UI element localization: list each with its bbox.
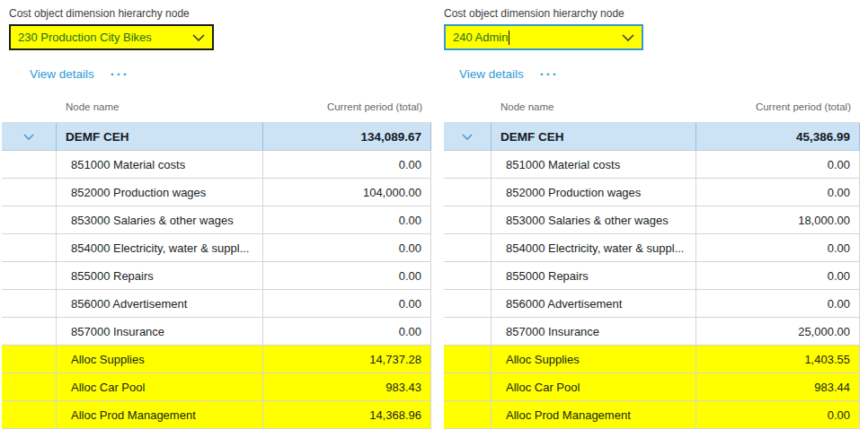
node-name-cell: Alloc Car Pool <box>492 373 696 400</box>
column-header-current-period[interactable]: Current period (total) <box>327 101 422 112</box>
row-marker-cell <box>444 262 492 289</box>
period-value-cell: 0.00 <box>263 318 431 345</box>
period-value-cell: 0.00 <box>696 179 860 206</box>
row-marker-cell <box>2 373 57 400</box>
actions-bar: View details ··· <box>459 66 559 82</box>
period-value-cell: 104,000.00 <box>263 179 431 206</box>
view-details-link[interactable]: View details <box>30 67 94 81</box>
node-name-cell: 851000 Material costs <box>57 151 263 178</box>
table-row[interactable]: 856000 Advertisement 0.00 <box>2 290 431 318</box>
row-marker-cell <box>2 179 57 206</box>
row-marker-cell <box>444 290 492 317</box>
node-name-cell: 852000 Production wages <box>57 179 263 206</box>
node-name-cell: 854000 Electricity, water & suppl... <box>57 234 263 261</box>
actions-bar: View details ··· <box>30 66 129 82</box>
table-row[interactable]: Alloc Supplies 14,737.28 <box>2 346 431 373</box>
period-value-cell: 0.00 <box>263 206 431 233</box>
period-value-cell: 983.43 <box>263 373 431 400</box>
collapse-chevron-icon[interactable] <box>23 134 34 140</box>
column-header-current-period[interactable]: Current period (total) <box>756 101 851 112</box>
node-name-cell: 857000 Insurance <box>492 318 696 345</box>
chevron-down-icon[interactable] <box>622 34 634 41</box>
node-name-cell: 854000 Electricity, water & suppl... <box>492 234 696 261</box>
period-value-cell: 983.44 <box>696 373 860 400</box>
period-value-cell: 0.00 <box>696 262 860 289</box>
combobox-value: 240 Admin <box>453 31 508 44</box>
column-header-node-name[interactable]: Node name <box>500 101 554 112</box>
row-marker-cell <box>444 373 492 400</box>
table-row[interactable]: 854000 Electricity, water & suppl... 0.0… <box>444 234 860 262</box>
period-value-cell: 1,403.55 <box>696 346 860 372</box>
node-name-cell: 857000 Insurance <box>57 318 263 345</box>
table-row[interactable]: 857000 Insurance 25,000.00 <box>444 318 860 346</box>
table-row[interactable]: Alloc Prod Management 0.00 <box>444 401 860 429</box>
table-row[interactable]: Alloc Car Pool 983.44 <box>444 373 860 401</box>
period-value-cell: 45,386.99 <box>696 123 860 150</box>
table-row[interactable]: 851000 Material costs 0.00 <box>2 151 431 179</box>
table-row[interactable]: Alloc Car Pool 983.43 <box>2 373 431 401</box>
view-details-link[interactable]: View details <box>459 67 524 81</box>
grid-column-headers: Node name Current period (total) <box>444 101 860 119</box>
node-name-cell: DEMF CEH <box>492 123 696 150</box>
period-value-cell: 134,089.67 <box>263 123 431 150</box>
period-value-cell: 0.00 <box>263 151 431 178</box>
row-marker-cell <box>2 206 57 233</box>
node-name-cell: 853000 Salaries & other wages <box>57 206 263 233</box>
period-value-cell: 0.00 <box>696 234 860 261</box>
period-value-cell: 14,368.96 <box>263 401 431 428</box>
row-marker-cell <box>2 234 57 261</box>
column-header-node-name[interactable]: Node name <box>66 101 119 112</box>
period-value-cell: 0.00 <box>263 234 431 261</box>
chevron-down-icon[interactable] <box>192 34 205 41</box>
table-row[interactable]: DEMF CEH 45,386.99 <box>444 123 860 151</box>
table-row[interactable]: 857000 Insurance 0.00 <box>2 318 431 346</box>
more-options-icon[interactable]: ··· <box>540 67 559 81</box>
node-name-cell: 852000 Production wages <box>492 179 696 206</box>
period-value-cell: 0.00 <box>696 290 860 317</box>
grid-column-headers: Node name Current period (total) <box>2 101 431 119</box>
node-name-cell: DEMF CEH <box>57 123 263 150</box>
row-marker-cell <box>444 179 492 206</box>
row-marker-cell <box>444 346 492 372</box>
row-marker-cell <box>2 318 57 345</box>
period-value-cell: 0.00 <box>696 151 860 178</box>
hierarchy-node-combobox[interactable]: 240 Admin <box>444 24 643 50</box>
node-name-cell: Alloc Supplies <box>492 346 696 372</box>
cost-panel-left: Cost object dimension hierarchy node 230… <box>2 0 431 438</box>
row-marker-cell <box>444 401 492 428</box>
text-cursor <box>509 31 509 45</box>
table-row[interactable]: 852000 Production wages 0.00 <box>444 179 860 206</box>
table-row[interactable]: 854000 Electricity, water & suppl... 0.0… <box>2 234 431 262</box>
node-name-cell: 851000 Material costs <box>492 151 696 178</box>
table-row[interactable]: Alloc Supplies 1,403.55 <box>444 346 860 373</box>
row-marker-cell <box>444 123 492 150</box>
hierarchy-grid: DEMF CEH 45,386.99 851000 Material costs… <box>444 122 860 429</box>
table-row[interactable]: DEMF CEH 134,089.67 <box>2 123 431 151</box>
row-marker-cell <box>444 206 492 233</box>
row-marker-cell <box>444 318 492 345</box>
row-marker-cell <box>2 290 57 317</box>
combobox-value: 230 Production City Bikes <box>18 31 152 44</box>
hierarchy-node-combobox[interactable]: 230 Production City Bikes <box>9 24 214 50</box>
table-row[interactable]: Alloc Prod Management 14,368.96 <box>2 401 431 429</box>
node-name-cell: Alloc Prod Management <box>492 401 696 428</box>
node-name-cell: Alloc Supplies <box>57 346 263 372</box>
field-label: Cost object dimension hierarchy node <box>9 7 190 20</box>
row-marker-cell <box>444 151 492 178</box>
period-value-cell: 25,000.00 <box>696 318 860 345</box>
row-marker-cell <box>2 346 57 372</box>
period-value-cell: 18,000.00 <box>696 206 860 233</box>
node-name-cell: 855000 Repairs <box>492 262 696 289</box>
table-row[interactable]: 851000 Material costs 0.00 <box>444 151 860 179</box>
field-label: Cost object dimension hierarchy node <box>444 7 624 20</box>
table-row[interactable]: 855000 Repairs 0.00 <box>2 262 431 290</box>
table-row[interactable]: 852000 Production wages 104,000.00 <box>2 179 431 206</box>
collapse-chevron-icon[interactable] <box>462 134 473 140</box>
table-row[interactable]: 855000 Repairs 0.00 <box>444 262 860 290</box>
table-row[interactable]: 853000 Salaries & other wages 0.00 <box>2 206 431 234</box>
table-row[interactable]: 856000 Advertisement 0.00 <box>444 290 860 318</box>
table-row[interactable]: 853000 Salaries & other wages 18,000.00 <box>444 206 860 234</box>
node-name-cell: Alloc Car Pool <box>57 373 263 400</box>
row-marker-cell <box>2 401 57 428</box>
more-options-icon[interactable]: ··· <box>111 67 129 81</box>
